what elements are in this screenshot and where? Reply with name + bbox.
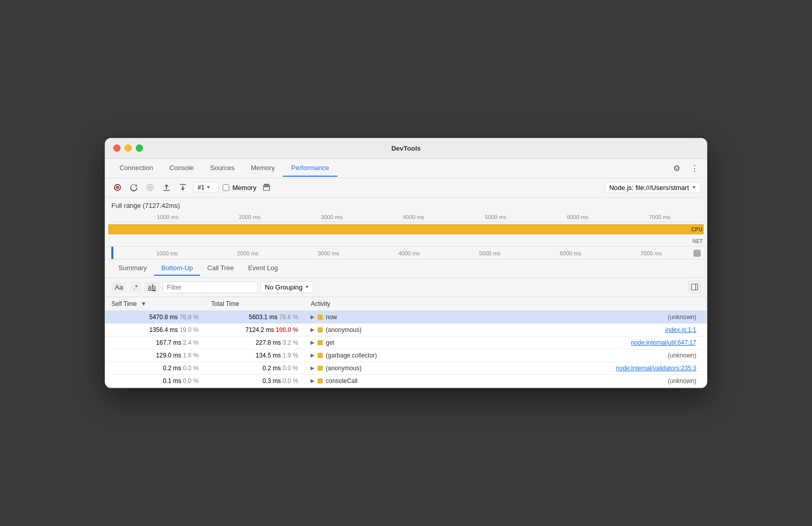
session-selector[interactable]: #1 (193, 182, 219, 193)
panel-toggle-icon (691, 283, 698, 291)
table-row[interactable]: 129.0 ms 1.8 %134.5 ms 1.9 %▶(garbage co… (105, 349, 707, 362)
full-range-label: Full range (7127.42ms) (111, 202, 701, 209)
expand-arrow-icon[interactable]: ▶ (311, 352, 315, 358)
self-pct: 0.0 % (183, 377, 199, 385)
svg-rect-9 (264, 187, 270, 190)
self-time-cell: 0.2 ms 0.0 % (105, 362, 205, 375)
source-link[interactable]: index.js:1:1 (665, 326, 701, 333)
table-row[interactable]: 167.7 ms 2.4 %227.8 ms 3.2 %▶getnode:int… (105, 337, 707, 349)
total-pct: 0.0 % (282, 377, 298, 385)
cleanup-button[interactable] (260, 181, 273, 194)
expand-arrow-icon[interactable]: ▶ (311, 378, 315, 384)
ruler-bottom-7000: 7000 ms (611, 249, 691, 258)
grouping-select[interactable]: No Grouping (260, 281, 314, 293)
table-row[interactable]: 1356.4 ms 19.0 %7124.2 ms 100.0 %▶(anony… (105, 324, 707, 337)
scrollbar-handle[interactable] (694, 250, 701, 257)
svg-rect-8 (264, 184, 269, 185)
ruler-tick-3000: 3000 ms (291, 212, 373, 222)
source-unknown: (unknown) (667, 377, 700, 385)
regex-button[interactable]: .* (130, 282, 141, 293)
ruler-bottom-5000: 5000 ms (449, 249, 530, 258)
minimize-button[interactable] (125, 145, 132, 152)
clear-button[interactable] (144, 181, 156, 194)
performance-table: Self Time ▼ Total Time Activity 5470.8 m… (105, 297, 707, 388)
table-row[interactable]: 5470.8 ms 76.8 %5603.1 ms 78.6 %▶now(unk… (105, 310, 707, 324)
download-button[interactable] (177, 181, 189, 194)
expand-arrow-icon[interactable]: ▶ (311, 340, 315, 345)
total-pct: 0.0 % (282, 365, 298, 372)
source-unknown: (unknown) (667, 314, 700, 321)
self-time-value: 167.7 ms (156, 339, 181, 346)
panel-toggle-button[interactable] (688, 281, 701, 293)
maximize-button[interactable] (136, 145, 143, 152)
self-time-value: 129.0 ms (156, 352, 181, 359)
tab-bottom-up[interactable]: Bottom-Up (154, 261, 200, 276)
self-pct: 76.8 % (180, 314, 199, 321)
sort-arrow-icon: ▼ (140, 300, 147, 307)
ruler-tick-2000: 2000 ms (209, 212, 291, 222)
reload-button[interactable] (128, 181, 140, 194)
tab-sources[interactable]: Sources (202, 160, 243, 177)
whole-word-button[interactable]: ab̲ (145, 282, 159, 293)
ruler-bottom-2000: 2000 ms (207, 249, 288, 258)
node-target-selector[interactable]: Node.js: file:///Users/stmart (605, 182, 701, 193)
activity-color-box (318, 340, 323, 345)
total-pct: 100.0 % (276, 326, 298, 333)
table-row[interactable]: 0.2 ms 0.0 %0.2 ms 0.0 %▶(anonymous)node… (105, 362, 707, 375)
source-link[interactable]: node:internal/util:647:17 (631, 339, 700, 346)
self-time-cell: 129.0 ms 1.8 % (105, 349, 205, 362)
activity-color-box (318, 315, 323, 320)
tab-summary[interactable]: Summary (111, 261, 154, 276)
self-time-value: 0.2 ms (163, 365, 181, 372)
memory-checkbox[interactable]: Memory (223, 184, 256, 192)
traffic-lights (113, 145, 143, 152)
tab-event-log[interactable]: Event Log (241, 261, 285, 276)
tab-connection[interactable]: Connection (111, 160, 161, 177)
source-link[interactable]: node:internal/validators:235:3 (616, 365, 700, 372)
total-pct: 3.2 % (282, 339, 298, 346)
expand-arrow-icon[interactable]: ▶ (311, 365, 315, 371)
total-time-value: 227.8 ms (256, 339, 281, 346)
activity-name: consoleCall (326, 377, 357, 385)
total-time-value: 7124.2 ms (246, 326, 274, 333)
ruler-bottom-row: 1000 ms 2000 ms 3000 ms 4000 ms 5000 ms … (111, 247, 701, 259)
tab-call-tree[interactable]: Call Tree (200, 261, 241, 276)
record-button[interactable] (111, 181, 124, 194)
self-time-value: 5470.8 ms (149, 314, 178, 321)
more-icon[interactable]: ⋮ (688, 161, 701, 175)
activity-name: now (326, 314, 337, 321)
expand-arrow-icon[interactable]: ▶ (311, 314, 315, 320)
self-pct: 2.4 % (183, 339, 199, 346)
source-unknown: (unknown) (667, 352, 700, 359)
total-time-value: 0.2 ms (262, 365, 281, 372)
th-total-time[interactable]: Total Time (205, 297, 304, 311)
tab-console[interactable]: Console (161, 160, 202, 177)
cpu-bar (108, 224, 704, 234)
upload-button[interactable] (160, 181, 173, 194)
close-button[interactable] (113, 145, 121, 152)
tab-performance[interactable]: Performance (283, 160, 337, 177)
self-pct: 1.8 % (183, 352, 199, 359)
ruler-bottom-6000: 6000 ms (530, 249, 611, 258)
expand-arrow-icon[interactable]: ▶ (311, 327, 315, 332)
self-time-cell: 167.7 ms 2.4 % (105, 337, 205, 349)
ruler-tick (111, 212, 127, 222)
ruler-tick-4000: 4000 ms (373, 212, 455, 222)
main-tab-bar: Connection Console Sources Memory Perfor… (105, 159, 707, 178)
activity-color-box (318, 378, 323, 384)
case-sensitive-button[interactable]: Aa (111, 282, 127, 293)
filter-toolbar: Aa .* ab̲ No Grouping (105, 278, 707, 297)
total-time-cell: 134.5 ms 1.9 % (205, 349, 304, 362)
tab-memory[interactable]: Memory (243, 160, 283, 177)
total-time-value: 5603.1 ms (249, 314, 277, 321)
table-row[interactable]: 0.1 ms 0.0 %0.3 ms 0.0 %▶consoleCall(unk… (105, 375, 707, 388)
filter-input[interactable] (162, 281, 257, 293)
self-time-value: 1356.4 ms (149, 326, 178, 333)
devtools-window: DevTools Connection Console Sources Memo… (105, 138, 707, 389)
th-self-time[interactable]: Self Time ▼ (105, 297, 205, 311)
memory-checkbox-input[interactable] (223, 184, 229, 191)
activity-color-box (318, 327, 323, 332)
svg-rect-7 (263, 185, 270, 186)
ruler-bottom-1000: 1000 ms (127, 249, 207, 258)
settings-icon[interactable]: ⚙ (671, 161, 682, 175)
